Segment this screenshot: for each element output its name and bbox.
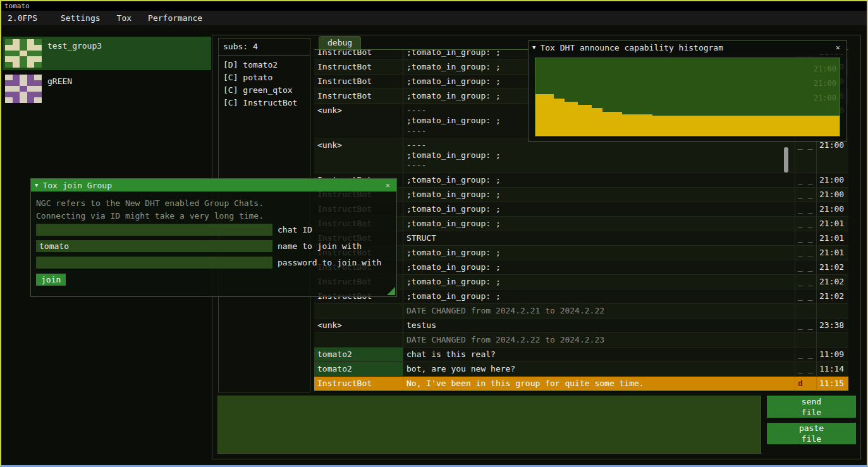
message-sender — [314, 304, 403, 318]
message-text: No, I've been in this group for quite so… — [403, 377, 795, 391]
message-status: _ _ — [795, 246, 817, 260]
message-sender: InstructBot — [314, 377, 403, 391]
join-info-text: NGC refers to the New DHT enabled Group … — [36, 197, 391, 210]
message-text: ---- ;tomato_in_group: ; ---- — [403, 138, 795, 173]
message-text: ;tomato_in_group: ; — [403, 260, 795, 274]
message-time: 21:00 — [817, 138, 848, 173]
group-item-test_group3[interactable]: test_group3 — [3, 37, 211, 70]
member-list: [D] tomato2[C] potato[C] green_qtox[C] I… — [219, 56, 310, 109]
menu-item[interactable]: Settings — [52, 13, 109, 23]
tab-debug[interactable]: debug — [319, 36, 361, 49]
join-password-label: password to join with — [278, 257, 381, 269]
chat-message-row[interactable]: InstructBot No, I've been in this group … — [314, 377, 848, 391]
message-status: _ _ — [795, 173, 817, 187]
ghost-timestamp: 21:00 — [814, 94, 836, 102]
message-text: ;tomato_in_group: ; — [403, 202, 795, 216]
collapse-arrow-icon[interactable]: ▼ — [532, 41, 535, 54]
message-time: 21:00 — [817, 188, 848, 202]
message-time: 21:02 — [817, 275, 848, 289]
join-window-body: NGC refers to the New DHT enabled Group … — [31, 191, 396, 286]
ghost-timestamp: 21:00 — [814, 64, 836, 73]
paste-file-button[interactable]: paste file — [767, 423, 856, 444]
message-status: _ _ — [795, 348, 817, 361]
join-info-text: Connecting via ID might take a very long… — [36, 210, 391, 222]
member-item[interactable]: [D] tomato2 — [219, 59, 310, 71]
message-sender: <unk> — [314, 138, 403, 173]
histogram-window-title: Tox DHT announce capability histogram — [540, 43, 833, 52]
member-item[interactable]: [C] potato — [219, 71, 310, 84]
chat-message-row[interactable]: <unk> testus _ _ 23:38 — [314, 318, 848, 333]
chat-id-input[interactable] — [36, 224, 272, 236]
message-sender: InstructBot — [314, 50, 403, 59]
histogram-plot: 21:0021:0021:00 — [535, 58, 840, 136]
message-time: 11:09 — [817, 348, 848, 361]
group-name: test_group3 — [47, 41, 102, 51]
menu-item[interactable]: Tox — [109, 13, 140, 23]
message-time: 11:14 — [817, 362, 848, 376]
message-text: ;tomato_in_group: ; — [403, 188, 795, 202]
chat-message-row[interactable]: DATE CHANGED from 2024.2.21 to 2024.2.22 — [314, 304, 848, 318]
message-time: 21:01 — [817, 246, 848, 260]
message-time — [817, 304, 848, 318]
message-text: DATE CHANGED from 2024.2.21 to 2024.2.22 — [403, 304, 795, 318]
join-name-input[interactable] — [36, 240, 272, 252]
window-titlebar[interactable]: ▼ Tox join Group ✕ — [31, 179, 396, 191]
message-time: 21:00 — [817, 173, 848, 187]
group-avatar — [5, 39, 42, 68]
ghost-timestamp: 21:00 — [814, 79, 836, 88]
message-status: _ _ — [795, 362, 817, 376]
group-avatar — [5, 75, 42, 103]
close-button[interactable]: ✕ — [383, 181, 393, 190]
message-text: ;tomato_in_group: ; — [403, 173, 795, 187]
message-status: _ _ — [795, 318, 817, 332]
join-password-input[interactable] — [36, 257, 272, 269]
collapse-arrow-icon[interactable]: ▼ — [35, 179, 38, 191]
message-text: ;tomato_in_group: ; — [403, 217, 795, 231]
join-group-window: ▼ Tox join Group ✕ NGC refers to the New… — [30, 178, 397, 297]
chat-message-row[interactable]: tomato2 chat is this real? _ _ 11:09 — [314, 348, 848, 362]
message-text: ;tomato_in_group: ; — [403, 275, 795, 289]
menu-item[interactable]: Performance — [140, 13, 211, 23]
os-titlebar[interactable]: tomato — [1, 1, 867, 11]
chat-message-row[interactable]: DATE CHANGED from 2024.2.22 to 2024.2.23 — [314, 333, 848, 348]
close-icon: ✕ — [836, 43, 840, 52]
message-time: 21:00 — [817, 202, 848, 216]
message-status — [795, 304, 817, 318]
window-titlebar[interactable]: ▼ Tox DHT announce capability histogram … — [529, 41, 847, 54]
group-sidebar: test_group3 gREEN — [3, 37, 211, 107]
message-status: _ _ — [795, 289, 817, 303]
message-status: _ _ — [795, 275, 817, 289]
resize-grip-icon[interactable] — [387, 287, 395, 295]
message-input[interactable] — [217, 396, 761, 454]
subs-header: subs: 4 — [219, 39, 310, 56]
chat-id-label: chat ID — [278, 224, 312, 236]
message-status: d — [795, 377, 817, 391]
member-item[interactable]: [C] InstructBot — [219, 97, 310, 109]
message-sender — [314, 333, 403, 347]
message-status — [795, 333, 817, 347]
close-button[interactable]: ✕ — [833, 43, 843, 52]
menubar: 2.0FPS SettingsToxPerformance — [1, 11, 867, 26]
message-status: _ _ — [795, 138, 817, 173]
message-sender: tomato2 — [314, 348, 403, 361]
message-time: 23:38 — [817, 318, 848, 332]
chat-message-row[interactable]: tomato2 bot, are you new here? _ _ 11:14 — [314, 362, 848, 377]
fps-counter: 2.0FPS — [1, 13, 44, 23]
chat-scrollbar-thumb[interactable] — [784, 147, 788, 173]
message-time: 11:15 — [817, 377, 848, 391]
message-text: DATE CHANGED from 2024.2.22 to 2024.2.23 — [403, 333, 795, 347]
join-window-title: Tox join Group — [42, 181, 382, 190]
message-text: STRUCT — [403, 231, 795, 245]
chat-message-row[interactable]: <unk> ---- ;tomato_in_group: ; ---- _ _ … — [314, 138, 848, 173]
group-name: gREEN — [47, 76, 72, 86]
send-file-button[interactable]: send file — [767, 396, 856, 418]
join-button[interactable]: join — [36, 274, 66, 286]
message-time: 21:02 — [817, 289, 848, 303]
window-title: tomato — [4, 2, 30, 10]
histogram-window: ▼ Tox DHT announce capability histogram … — [528, 40, 847, 142]
message-status: _ _ — [795, 231, 817, 245]
group-item-gREEN[interactable]: gREEN — [3, 72, 211, 106]
message-sender: InstructBot — [314, 75, 403, 88]
member-item[interactable]: [C] green_qtox — [219, 84, 310, 97]
join-name-label: name to join with — [278, 240, 362, 252]
